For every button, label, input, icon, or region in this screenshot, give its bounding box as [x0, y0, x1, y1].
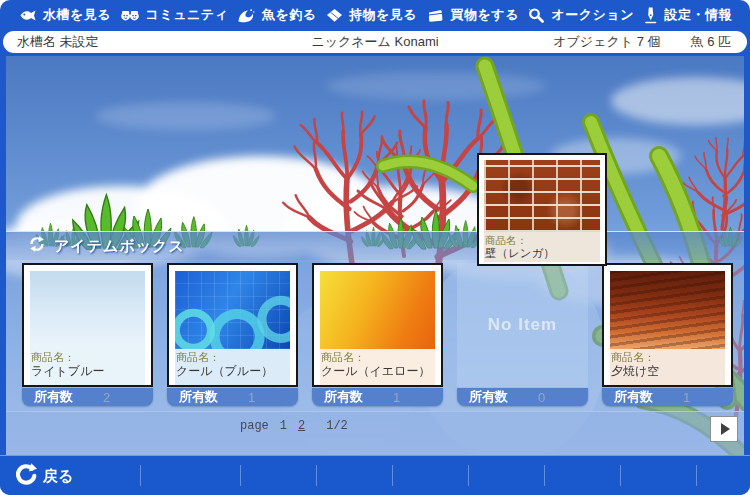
owned-count-bar: 所有数 1 — [167, 388, 298, 406]
footer-divider — [696, 465, 697, 486]
footer-bar: 戻る — [0, 455, 750, 495]
community-icon — [120, 7, 141, 24]
fish-icon — [18, 7, 38, 24]
owned-count-bar: 所有数 1 — [312, 388, 443, 406]
footer-divider — [392, 465, 393, 486]
aquarium-scene: アイテムボックス 商品名： ライトブルー 所有数 2 — [6, 56, 744, 455]
owned-count-bar: 所有数 2 — [22, 388, 153, 406]
footer-divider — [240, 465, 241, 486]
owned-count-bar: 所有数 0 — [457, 388, 588, 406]
owned-label: 所有数 — [457, 388, 508, 406]
refresh-icon — [28, 235, 46, 257]
product-name-label: 商品名： — [321, 351, 434, 364]
info-bar: 水槽名 未設定 ニックネーム Konami オブジェクト 7 個 魚 6 匹 — [3, 31, 747, 53]
page-navigation: page 1 2 1/2 — [240, 419, 348, 433]
item-name: ライトブルー — [31, 364, 144, 379]
owned-count-bar: 所有数 1 — [602, 388, 733, 406]
footer-divider — [620, 465, 621, 486]
nickname: ニックネーム Konami — [311, 33, 438, 51]
item-name: クール（ブルー） — [176, 364, 289, 379]
item-name: 壁（レンガ） — [485, 246, 599, 260]
menu-item-community[interactable]: コミュニティ — [120, 6, 229, 24]
pager-row: page 1 2 1/2 — [6, 411, 744, 455]
menu-item-label: 持物を見る — [349, 6, 417, 24]
item-slot: 商品名： ライトブルー 所有数 2 — [22, 263, 153, 406]
page-link-2-current[interactable]: 2 — [298, 419, 305, 433]
footer-divider — [316, 465, 317, 486]
item-slot: 商品名： クール（イエロー） 所有数 1 — [312, 263, 443, 406]
menu-item-shopping[interactable]: 買物をする — [426, 6, 519, 24]
item-box-header: アイテムボックス — [6, 231, 744, 260]
menu-item-label: コミュニティ — [146, 6, 229, 24]
menu-item-label: 魚を釣る — [262, 6, 317, 24]
menu-item-label: オークション — [551, 6, 634, 24]
right-triangle-icon — [721, 423, 730, 435]
item-card-lightblue[interactable]: 商品名： ライトブルー — [22, 263, 153, 387]
item-thumbnail — [30, 271, 145, 349]
product-name-label: 商品名： — [485, 234, 599, 246]
object-count: オブジェクト 7 個 — [553, 33, 660, 51]
menu-item-label: 水槽を見る — [43, 6, 111, 24]
product-name-label: 商品名： — [176, 351, 289, 364]
menu-item-auction[interactable]: オークション — [527, 6, 634, 24]
product-name-label: 商品名： — [31, 351, 144, 364]
owned-count: 1 — [683, 390, 690, 405]
back-button[interactable]: 戻る — [12, 462, 73, 490]
page-link-1[interactable]: 1 — [280, 419, 287, 433]
page-label: page — [240, 419, 269, 433]
item-card-sunset[interactable]: 商品名： 夕焼け空 — [602, 263, 733, 387]
menu-item-fishing[interactable]: 魚を釣る — [237, 6, 317, 24]
owned-label: 所有数 — [167, 388, 218, 406]
back-circular-arrow-icon — [12, 462, 37, 490]
no-item-text: No Item — [488, 315, 557, 335]
brick-thumbnail — [484, 160, 600, 232]
page-fraction: 1/2 — [326, 419, 348, 433]
item-card-coolyellow[interactable]: 商品名： クール（イエロー） — [312, 263, 443, 387]
tank-name: 水槽名 未設定 — [3, 33, 99, 51]
item-slot: 商品名： 夕焼け空 所有数 1 — [602, 263, 733, 406]
footer-divider — [140, 465, 141, 486]
pen-icon — [642, 6, 659, 24]
top-menu-bar: 水槽を見る コミュニティ 魚を釣る 持物を見る 買物をする オークション 設定・… — [0, 0, 750, 30]
menu-item-belongings[interactable]: 持物を見る — [325, 6, 417, 24]
wallet-icon — [426, 7, 446, 24]
owned-label: 所有数 — [22, 388, 73, 406]
menu-item-label: 設定・情報 — [664, 6, 732, 24]
aquarium-game-window: 水槽を見る コミュニティ 魚を釣る 持物を見る 買物をする オークション 設定・… — [0, 0, 750, 495]
item-name: クール（イエロー） — [321, 364, 434, 379]
info-row: 水槽名 未設定 ニックネーム Konami オブジェクト 7 個 魚 6 匹 — [0, 30, 750, 56]
item-thumbnail — [610, 271, 725, 349]
item-thumbnail — [175, 271, 290, 349]
owned-count: 1 — [393, 390, 400, 405]
item-card-coolblue[interactable]: 商品名： クール（ブルー） — [167, 263, 298, 387]
item-slot-empty: No Item 所有数 0 — [457, 263, 588, 406]
item-thumbnail — [320, 271, 435, 349]
empty-slot: No Item — [457, 263, 588, 387]
next-page-button[interactable] — [710, 416, 738, 442]
item-box-panel: アイテムボックス 商品名： ライトブルー 所有数 2 — [6, 231, 744, 455]
fish-count: 魚 6 匹 — [691, 33, 731, 51]
product-name-label: 商品名： — [611, 351, 724, 364]
footer-divider — [468, 465, 469, 486]
owned-label: 所有数 — [602, 388, 653, 406]
owned-count: 1 — [248, 390, 255, 405]
back-label: 戻る — [43, 467, 73, 486]
package-icon — [325, 7, 344, 24]
item-card-brick-wall[interactable]: 商品名： 壁（レンガ） — [477, 153, 607, 266]
item-slots: 商品名： ライトブルー 所有数 2 商品名： クール（ブルー） — [6, 263, 744, 415]
owned-label: 所有数 — [312, 388, 363, 406]
menu-item-view-tank[interactable]: 水槽を見る — [18, 6, 111, 24]
magnifier-icon — [527, 7, 546, 24]
owned-count: 0 — [538, 390, 545, 405]
item-box-title: アイテムボックス — [54, 237, 185, 256]
item-name: 夕焼け空 — [611, 364, 724, 379]
menu-item-label: 買物をする — [451, 6, 519, 24]
wave-icon — [237, 7, 257, 24]
menu-item-settings[interactable]: 設定・情報 — [642, 6, 732, 24]
owned-count: 2 — [103, 390, 110, 405]
footer-divider — [544, 465, 545, 486]
item-slot: 商品名： クール（ブルー） 所有数 1 — [167, 263, 298, 406]
